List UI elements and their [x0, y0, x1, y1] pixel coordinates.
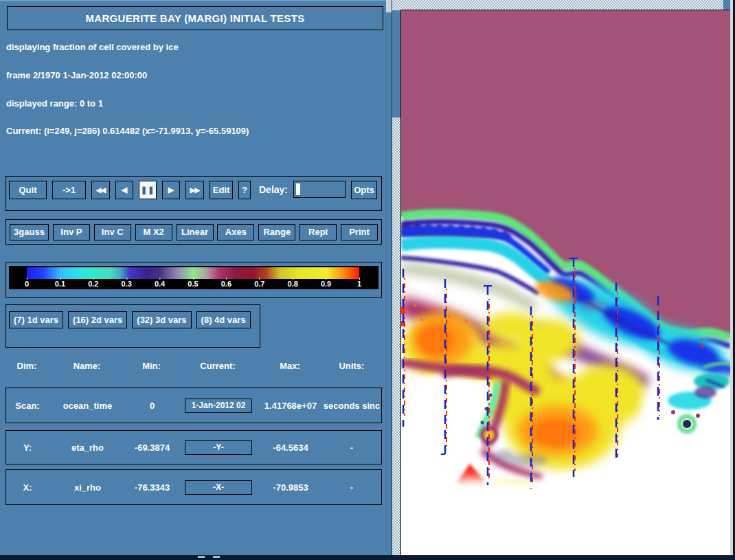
invert-colors-button[interactable]: Inv C — [94, 224, 131, 240]
magnify-button[interactable]: M X2 — [135, 224, 172, 240]
colorbar-tick: 1 — [357, 280, 361, 288]
colorbar-tick: 0.6 — [221, 280, 231, 288]
col-min: Min: — [126, 361, 177, 371]
vertical-scrollbar-thumb[interactable] — [392, 10, 400, 117]
colorbar-tick-labels: 0 0.1 0.2 0.3 0.4 0.5 0.6 0.7 0.8 0.9 1 — [27, 279, 359, 289]
scan-dim-label: Scan: — [6, 401, 49, 411]
page-title: MARGUERITE BAY (MARGI) INITIAL TESTS — [7, 6, 383, 30]
scan-max: 1.41768e+07 — [259, 401, 322, 411]
scan-units: seconds sinc — [322, 401, 381, 411]
replot-button[interactable]: Repl — [299, 224, 337, 240]
go-to-frame-1-button[interactable]: ->1 — [52, 181, 86, 199]
taskbar-dot — [213, 556, 220, 558]
pane-sash-handle[interactable] — [386, 0, 392, 12]
colormap-button[interactable]: 3gauss — [10, 224, 49, 240]
vars-2d-button[interactable]: (16) 2d vars — [68, 311, 127, 328]
delay-label: Delay: — [259, 181, 288, 199]
colorbar-tick: 0.1 — [55, 280, 65, 288]
ice-map-panel[interactable] — [400, 10, 730, 555]
x-units: - — [322, 482, 381, 493]
table-row-scan: Scan: ocean_time 0 1-Jan-2012 02 1.41768… — [5, 388, 382, 423]
scan-name: ocean_time — [49, 401, 126, 411]
print-button[interactable]: Print — [341, 224, 378, 240]
variable-groups-box: (7) 1d vars (16) 2d vars (32) 3d vars (8… — [5, 304, 260, 348]
tool-buttons-row: 3gauss Inv P Inv C M X2 Linear Axes Rang… — [5, 219, 382, 245]
axes-button[interactable]: Axes — [217, 224, 254, 240]
col-units: Units: — [321, 361, 382, 371]
colorbar[interactable]: 0 0.1 0.2 0.3 0.4 0.5 0.6 0.7 0.8 0.9 1 — [5, 262, 382, 298]
help-button[interactable]: ? — [238, 181, 251, 199]
x-max: -70.9853 — [259, 482, 322, 493]
range-info-line: displayed range: 0 to 1 — [6, 98, 103, 109]
horizontal-scrollbar[interactable] — [400, 0, 723, 10]
col-max: Max: — [258, 361, 321, 371]
colorbar-tick: 0.3 — [122, 280, 132, 288]
vars-3d-button[interactable]: (32) 3d vars — [132, 311, 191, 328]
colorbar-tick: 0.5 — [188, 280, 198, 288]
pause-icon[interactable]: ❚❚ — [139, 181, 157, 199]
col-current: Current: — [177, 361, 258, 371]
colorbar-background: 0 0.1 0.2 0.3 0.4 0.5 0.6 0.7 0.8 0.9 1 — [9, 266, 378, 289]
y-dim-label: Y: — [6, 443, 49, 453]
colorbar-tick: 0.7 — [254, 280, 264, 288]
y-min: -69.3874 — [126, 443, 178, 453]
invert-palette-button[interactable]: Inv P — [53, 224, 90, 240]
vertical-scrollbar[interactable] — [392, 0, 400, 560]
y-max: -64.5634 — [259, 443, 322, 453]
range-button[interactable]: Range — [258, 224, 295, 240]
col-dim: Dim: — [5, 361, 48, 371]
y-name: eta_rho — [49, 443, 126, 453]
scan-current-button[interactable]: 1-Jan-2012 02 — [185, 399, 252, 413]
map-raster — [401, 10, 730, 555]
step-forward-icon[interactable]: ▶ — [162, 181, 180, 199]
table-row-y: Y: eta_rho -69.3874 -Y- -64.5634 - — [5, 430, 382, 464]
colorbar-tick: 0.2 — [88, 280, 98, 288]
colorbar-tick: 0.8 — [288, 280, 298, 288]
frame-info-line: frame 2/1970 1-Jan-2012 02:00:00 — [6, 70, 147, 80]
fast-forward-icon[interactable]: ▶▶ — [185, 181, 204, 199]
x-current-button[interactable]: -X- — [185, 480, 252, 495]
colorbar-tick: 0.9 — [321, 280, 331, 288]
y-current-button[interactable]: -Y- — [185, 440, 252, 455]
ice-map-svg[interactable] — [401, 10, 730, 555]
x-name: xi_rho — [49, 482, 126, 493]
taskbar-dot — [198, 556, 205, 558]
delay-input[interactable] — [293, 181, 346, 198]
options-button[interactable]: Opts — [351, 181, 377, 199]
edit-button[interactable]: Edit — [210, 181, 233, 199]
text-caret — [296, 183, 300, 195]
table-row-x: X: xi_rho -76.3343 -X- -70.9853 - — [5, 469, 382, 505]
current-probe-line: Current: (i=249, j=286) 0.614482 (x=-71.… — [6, 126, 249, 136]
bottom-window-border — [0, 555, 735, 560]
variable-info-line: displaying fraction of cell covered by i… — [6, 42, 179, 52]
step-back-icon[interactable]: ◀ — [115, 181, 133, 199]
ncview-window: MARGUERITE BAY (MARGI) INITIAL TESTS dis… — [0, 0, 735, 560]
y-units: - — [322, 443, 381, 453]
transport-controls: Quit ->1 ◀◀ ◀ ❚❚ ▶ ▶▶ Edit ? Delay: Opts — [5, 176, 382, 211]
vars-1d-button[interactable]: (7) 1d vars — [9, 311, 63, 328]
dim-table-header: Dim: Name: Min: Current: Max: Units: — [5, 360, 382, 371]
scale-mode-button[interactable]: Linear — [177, 224, 214, 240]
col-name: Name: — [48, 361, 126, 371]
scan-min: 0 — [126, 401, 178, 411]
colorbar-tick: 0 — [25, 280, 29, 288]
vars-4d-button[interactable]: (8) 4d vars — [196, 311, 251, 328]
x-min: -76.3343 — [126, 482, 178, 493]
rewind-icon[interactable]: ◀◀ — [91, 181, 110, 199]
quit-button[interactable]: Quit — [9, 181, 47, 199]
x-dim-label: X: — [6, 482, 49, 493]
window-top-edge — [0, 0, 392, 1]
colorbar-tick: 0.4 — [155, 280, 165, 288]
